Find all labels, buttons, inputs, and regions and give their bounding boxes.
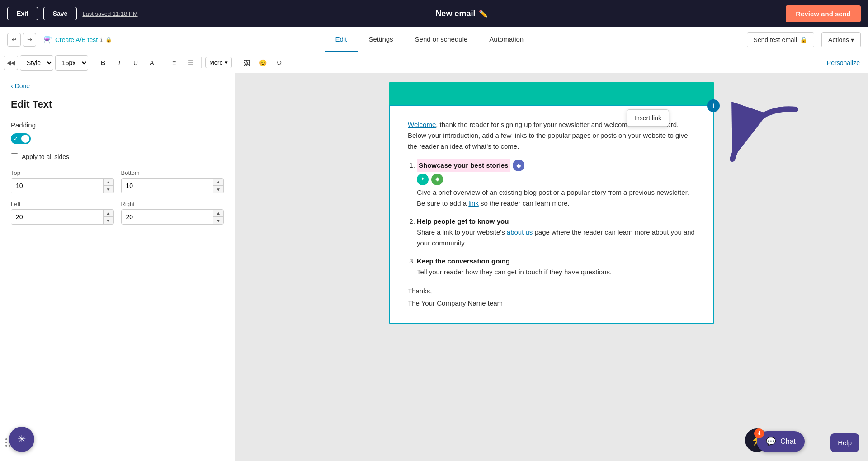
bottom-decrement[interactable]: ▼: [213, 186, 223, 193]
tab-settings[interactable]: Settings: [358, 27, 404, 52]
style-select[interactable]: Style: [20, 55, 53, 71]
undo-button[interactable]: ↩: [7, 33, 21, 47]
right-increment[interactable]: ▲: [213, 210, 223, 217]
info-badge: i: [707, 99, 720, 112]
divider: [236, 57, 236, 68]
top-input[interactable]: [11, 179, 103, 193]
send-test-button[interactable]: Send test email 🔒: [747, 32, 815, 47]
help-button[interactable]: Help: [830, 433, 859, 452]
tab-send-schedule[interactable]: Send or schedule: [404, 27, 479, 52]
insert-link-tooltip: Insert link: [627, 109, 669, 127]
apply-all-checkbox[interactable]: [11, 153, 18, 160]
tab-automation[interactable]: Automation: [478, 27, 534, 52]
special-char-button[interactable]: Ω: [272, 56, 287, 70]
top-input-wrap: ▲ ▼: [11, 178, 114, 193]
top-bar: Exit Save Last saved 11:18 PM New email …: [0, 0, 868, 27]
underline-button[interactable]: U: [128, 56, 143, 70]
image-btn[interactable]: 🖼: [240, 56, 254, 70]
personalize-button[interactable]: Personalize: [822, 56, 864, 69]
sidebar: ‹ Done Edit Text Padding ✓ Apply to all …: [0, 73, 235, 461]
welcome-link[interactable]: Welcome: [408, 121, 436, 128]
collapse-sidebar-button[interactable]: ◀◀: [4, 56, 18, 70]
italic-button[interactable]: I: [112, 56, 127, 70]
right-field: Right ▲ ▼: [121, 201, 224, 225]
lock-icon: 🔒: [800, 36, 807, 43]
bold-button[interactable]: B: [96, 56, 110, 70]
list-item: Showcase your best stories ◆ ✦ ◆ Give a …: [417, 159, 695, 209]
exit-button[interactable]: Exit: [7, 7, 38, 20]
second-bar: ↩ ↪ ⚗️ Create A/B test ℹ 🔒 Edit Settings…: [0, 27, 868, 52]
ab-test-link[interactable]: ⚗️ Create A/B test ℹ 🔒: [43, 35, 112, 44]
flask-icon: ⚗️: [43, 35, 52, 44]
list-item: Keep the conversation going Tell your re…: [417, 256, 695, 278]
sparkle-icon: ✳: [18, 433, 26, 445]
actions-button[interactable]: Actions ▾: [821, 32, 861, 47]
divider: [201, 57, 202, 68]
done-link[interactable]: ‹ Done: [11, 82, 224, 89]
apply-all-row: Apply to all sides: [11, 153, 224, 160]
text-color-button[interactable]: A: [145, 56, 159, 70]
undo-redo-group: ↩ ↪: [7, 33, 36, 47]
redo-button[interactable]: ↪: [23, 33, 36, 47]
sidebar-title: Edit Text: [11, 99, 224, 110]
bottom-spinner: ▲ ▼: [213, 179, 223, 193]
list-body-3: Tell your reader how they can get in tou…: [417, 268, 612, 276]
list-body-2: Share a link to your website's about us …: [417, 228, 695, 247]
left-input[interactable]: [11, 210, 103, 224]
bottom-input-wrap: ▲ ▼: [121, 178, 224, 193]
right-input[interactable]: [122, 210, 213, 224]
more-button[interactable]: More ▾: [205, 57, 232, 68]
chat-widget[interactable]: 4 💬 Chat: [757, 431, 805, 452]
list-title-1: Showcase your best stories: [417, 159, 510, 172]
left-spinner: ▲ ▼: [103, 210, 113, 224]
left-label: Left: [11, 201, 114, 207]
left-input-wrap: ▲ ▼: [11, 209, 114, 225]
right-spinner: ▲ ▼: [213, 210, 223, 224]
edit-pencil-icon[interactable]: ✏️: [479, 9, 488, 18]
about-us-link[interactable]: about us: [507, 228, 533, 236]
emoji-button[interactable]: 😊: [256, 56, 270, 70]
top-label: Top: [11, 169, 114, 176]
save-button[interactable]: Save: [43, 7, 77, 20]
apply-all-section: Apply to all sides: [11, 153, 224, 160]
right-decrement[interactable]: ▼: [213, 217, 223, 224]
left-increment[interactable]: ▲: [104, 210, 113, 217]
toggle-knob: [21, 135, 29, 143]
list-button[interactable]: ☰: [183, 56, 198, 70]
check-icon: ✓: [14, 136, 18, 142]
ai-teal-badge[interactable]: ✦: [417, 174, 429, 185]
reader-word: reader: [444, 268, 463, 276]
email-closing: Thanks, The Your Company Name team: [408, 285, 695, 309]
right-input-wrap: ▲ ▼: [121, 209, 224, 225]
ai-green-badge[interactable]: ◆: [431, 174, 443, 185]
purple-arrow-annotation: [705, 96, 805, 188]
tab-edit[interactable]: Edit: [325, 27, 358, 52]
padding-toggle[interactable]: ✓: [11, 133, 31, 144]
top-decrement[interactable]: ▼: [104, 186, 113, 193]
bottom-increment[interactable]: ▲: [213, 179, 223, 186]
review-send-button[interactable]: Review and send: [786, 5, 861, 22]
bottom-label: Bottom: [121, 169, 224, 176]
top-increment[interactable]: ▲: [104, 179, 113, 186]
padding-fields: Top ▲ ▼ Bottom ▲ ▼: [11, 169, 224, 225]
ai-tools-row: Showcase your best stories ◆: [417, 159, 695, 172]
list-item: Help people get to know you Share a link…: [417, 216, 695, 249]
divider: [163, 57, 163, 68]
align-button[interactable]: ≡: [167, 56, 181, 70]
diamond-icon[interactable]: ◆: [513, 160, 524, 171]
bottom-field: Bottom ▲ ▼: [121, 169, 224, 193]
padding-section: Padding ✓: [11, 121, 224, 144]
bottom-input[interactable]: [122, 179, 213, 193]
main-content: ‹ Done Edit Text Padding ✓ Apply to all …: [0, 73, 868, 461]
email-content-block[interactable]: i Welcome, thank the reader for signing …: [389, 105, 714, 324]
info-icon: ℹ: [100, 37, 103, 43]
last-saved-label: Last saved 11:18 PM: [82, 10, 137, 17]
padding-label: Padding: [11, 121, 224, 129]
font-size-select[interactable]: 15px: [55, 55, 88, 71]
email-list: Showcase your best stories ◆ ✦ ◆ Give a …: [408, 159, 695, 278]
chevron-left-icon: ‹: [11, 82, 13, 89]
lock-icon: 🔒: [105, 37, 112, 43]
left-decrement[interactable]: ▼: [104, 217, 113, 224]
link-anchor-1[interactable]: link: [468, 199, 479, 207]
sparkle-button[interactable]: ✳: [9, 427, 34, 452]
